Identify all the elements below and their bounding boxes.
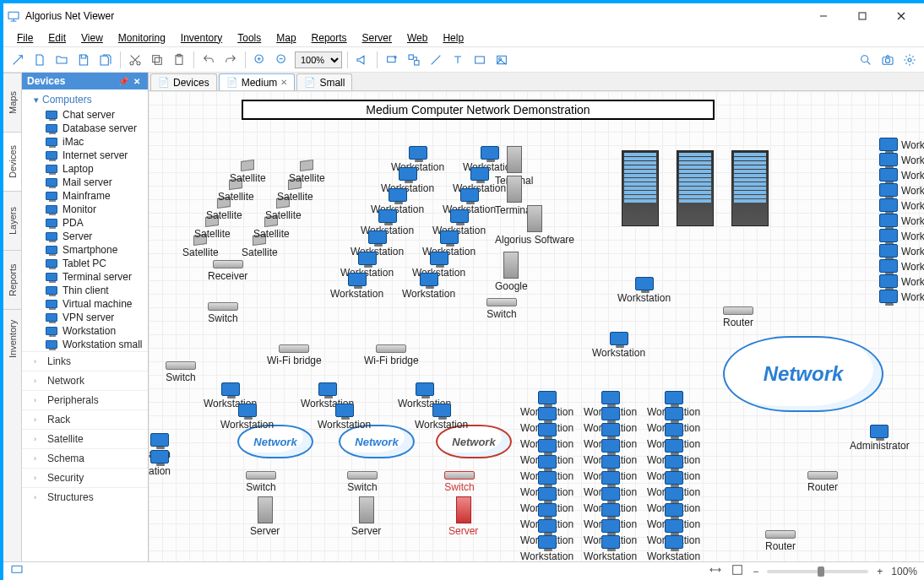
menu-edit[interactable]: Edit (41, 30, 73, 46)
tree-group-satellite[interactable]: ›Satellite (22, 429, 148, 448)
workstation-node[interactable]: Works (879, 153, 924, 166)
save-all-icon[interactable] (96, 51, 115, 69)
workstation-node[interactable]: Works (879, 183, 924, 197)
tree-group-security[interactable]: ›Security (22, 468, 148, 487)
algorius-node[interactable]: Algorius Software (495, 205, 574, 246)
menu-monitoring[interactable]: Monitoring (111, 30, 172, 46)
tree-item[interactable]: Chat server (22, 108, 148, 122)
zoom-minus-icon[interactable]: − (753, 566, 758, 577)
server-node[interactable]: Server (351, 496, 381, 537)
tree-item[interactable]: Smartphone (22, 243, 148, 257)
tree-group-peripherals[interactable]: ›Peripherals (22, 390, 148, 409)
window-minimize-button[interactable] (804, 3, 843, 29)
side-tab-devices[interactable]: Devices (3, 132, 21, 191)
tree-item[interactable]: Workstation (22, 324, 148, 338)
cut-icon[interactable] (126, 51, 144, 69)
tree-item[interactable]: Laptop (22, 162, 148, 176)
add-device-icon[interactable] (383, 51, 401, 69)
workstation-node[interactable]: Works (879, 229, 924, 242)
tree-item[interactable]: Terminal server (22, 270, 148, 284)
workstation-node[interactable]: Workstation (330, 273, 383, 300)
workstation-node[interactable]: Workstation (402, 273, 455, 300)
workstation-node[interactable]: Workstation (318, 404, 371, 431)
rack-node[interactable] (731, 150, 769, 226)
tree-item[interactable]: Server (22, 230, 148, 243)
workstation-node[interactable]: Works (879, 138, 924, 151)
add-line-icon[interactable] (427, 51, 445, 69)
copy-icon[interactable] (148, 51, 166, 69)
tree-item[interactable]: iMac (22, 135, 148, 149)
side-tab-reports[interactable]: Reports (3, 250, 21, 309)
side-tab-inventory[interactable]: Inventory (3, 309, 21, 368)
workstation-node[interactable]: Workstation (647, 535, 700, 561)
add-link-icon[interactable] (405, 51, 423, 69)
close-icon[interactable]: ✕ (280, 78, 287, 87)
tree-item[interactable]: PDA (22, 216, 148, 230)
window-close-button[interactable] (882, 3, 921, 29)
switch-node[interactable]: Switch (208, 302, 238, 324)
workstation-node[interactable]: Works (879, 198, 924, 212)
tree-item[interactable]: Tablet PC (22, 257, 148, 270)
tree-item[interactable]: VPN server (22, 311, 148, 324)
administrator-node[interactable]: Administrator (850, 425, 910, 452)
server-node[interactable]: Server (448, 496, 478, 537)
workstation-node[interactable]: Workstation (520, 535, 573, 561)
tab-medium[interactable]: 📄 Medium ✕ (219, 73, 296, 90)
workstation-node[interactable]: Workstation (415, 404, 468, 431)
paste-icon[interactable] (170, 51, 188, 69)
panel-close-icon[interactable]: ✕ (131, 75, 143, 87)
open-folder-icon[interactable] (52, 51, 71, 69)
workstation-node[interactable]: Works (879, 214, 924, 227)
add-rect-icon[interactable] (470, 51, 489, 69)
router-node[interactable]: Router (807, 471, 838, 493)
tab-devices[interactable]: 📄 Devices (150, 73, 217, 90)
gear-icon[interactable] (900, 51, 919, 69)
google-node[interactable]: Google (495, 252, 528, 292)
workstation-node[interactable]: Works (879, 259, 924, 273)
tree-item[interactable]: Mail server (22, 176, 148, 189)
workstation-node[interactable]: Workstation (220, 404, 274, 431)
zoom-slider[interactable] (767, 570, 868, 573)
side-tab-layers[interactable]: Layers (3, 191, 21, 250)
zoom-in-icon[interactable] (251, 51, 269, 69)
receiver-node[interactable]: Receiver (208, 260, 247, 282)
tree-item[interactable]: Internet server (22, 149, 148, 162)
redo-icon[interactable] (221, 51, 240, 69)
menu-inventory[interactable]: Inventory (174, 30, 229, 46)
network-cloud[interactable]: Network (723, 336, 883, 412)
workstation-node[interactable]: Workstation (584, 535, 637, 561)
add-text-icon[interactable] (448, 51, 467, 69)
workstation-node[interactable]: Works (879, 244, 924, 257)
zoom-select[interactable]: 100% (295, 51, 342, 68)
workstation-node[interactable]: Works (879, 274, 924, 288)
switch-node[interactable]: Switch (486, 298, 517, 320)
tree-group-links[interactable]: ›Links (22, 351, 148, 371)
fit-screen-icon[interactable] (731, 563, 744, 579)
save-icon[interactable] (74, 51, 93, 69)
workstation-node[interactable]: Workstation (592, 332, 645, 359)
undo-icon[interactable] (199, 51, 218, 69)
menu-web[interactable]: Web (400, 30, 434, 46)
panel-pin-icon[interactable]: 📌 (117, 75, 129, 87)
fit-width-icon[interactable] (709, 563, 722, 579)
router-node[interactable]: Router (723, 306, 753, 328)
tree-item[interactable]: Virtual machine (22, 297, 148, 311)
tree-group-structures[interactable]: ›Structures (22, 487, 148, 507)
menu-map[interactable]: Map (269, 30, 302, 46)
menu-tools[interactable]: Tools (231, 30, 268, 46)
tree-item[interactable]: Monitor (22, 203, 148, 216)
switch-node[interactable]: Switch (246, 471, 276, 493)
tree-item[interactable]: Thin client (22, 284, 148, 297)
announce-icon[interactable] (353, 51, 372, 69)
menu-help[interactable]: Help (436, 30, 470, 46)
wand-icon[interactable] (8, 51, 27, 69)
server-node[interactable]: Server (250, 496, 280, 537)
camera-icon[interactable] (878, 51, 897, 69)
workstation-node[interactable]: Workstation (617, 277, 671, 304)
search-icon[interactable] (856, 51, 875, 69)
tree-group-computers[interactable]: ▾ Computers (22, 91, 148, 108)
menu-view[interactable]: View (74, 30, 110, 46)
switch-node[interactable]: Switch (347, 471, 378, 493)
satellite-node[interactable]: Satellite (230, 160, 266, 184)
menu-file[interactable]: File (10, 30, 40, 46)
